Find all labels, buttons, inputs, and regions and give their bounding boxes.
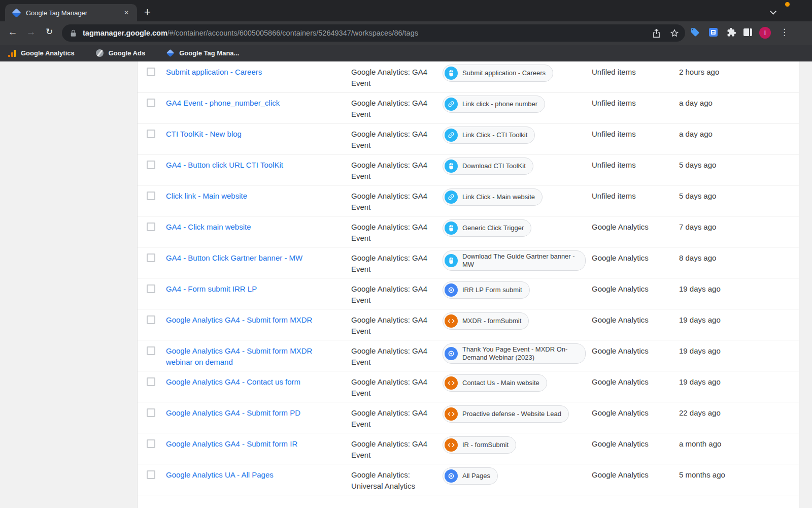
trigger-pill[interactable]: IRR LP Form submit: [443, 281, 530, 299]
trigger-pill[interactable]: Thank You Page Event - MXDR On-Demand We…: [443, 343, 586, 364]
debugger-extension-icon[interactable]: [709, 28, 718, 37]
row-checkbox[interactable]: [147, 439, 155, 448]
tag-type-cell: Google Analytics: GA4 Event: [351, 283, 443, 305]
folder-cell: Google Analytics: [592, 438, 679, 450]
firing-triggers-cell: Link Click - CTI Toolkit: [443, 129, 592, 144]
tag-type-cell: Google Analytics: Universal Analytics: [351, 469, 443, 491]
trigger-pill[interactable]: Generic Click Trigger: [443, 219, 531, 237]
trigger-pill[interactable]: Contact Us - Main website: [443, 374, 547, 392]
trigger-label: Thank You Page Event - MXDR On-Demand We…: [462, 345, 578, 362]
folder-cell: Unfiled items: [592, 67, 679, 78]
tab-search-chevron-icon[interactable]: [770, 8, 776, 15]
row-checkbox[interactable]: [147, 408, 155, 417]
tag-name-cell: GA4 - Button click URL CTI ToolKit: [166, 160, 351, 171]
trigger-type-icon: [445, 129, 458, 142]
back-button[interactable]: ←: [6, 26, 19, 38]
browser-menu-icon[interactable]: ⋮: [780, 27, 789, 38]
profile-avatar[interactable]: I: [759, 27, 771, 39]
row-checkbox[interactable]: [147, 192, 155, 200]
partial-row: [138, 495, 799, 508]
row-checkbox[interactable]: [147, 377, 155, 386]
trigger-pill[interactable]: Link click - phone number: [443, 96, 545, 113]
trigger-label: Proactive defense - Website Lead: [462, 410, 561, 418]
trigger-pill[interactable]: Link Click - CTI Toolkit: [443, 126, 535, 144]
bookmark-google-tag-manager[interactable]: Google Tag Mana...: [166, 49, 239, 57]
row-checkbox[interactable]: [147, 315, 155, 324]
trigger-pill[interactable]: Download The Guide Gartner banner - MW: [443, 250, 586, 271]
checkbox-cell: [138, 129, 166, 138]
tag-name-link[interactable]: CTI ToolKit - New blog: [166, 130, 242, 138]
row-checkbox[interactable]: [147, 470, 155, 479]
forward-button[interactable]: →: [24, 26, 38, 38]
tag-name-link[interactable]: Google Analytics GA4 - Contact us form: [166, 377, 300, 386]
firing-triggers-cell: Download The Guide Gartner banner - MW: [443, 252, 592, 271]
tag-name-link[interactable]: GA4 - Click main website: [166, 223, 251, 231]
checkbox-cell: [138, 469, 166, 479]
tag-name-link[interactable]: GA4 - Button Click Gartner banner - MW: [166, 253, 302, 262]
trigger-label: Link Click - Main website: [462, 193, 535, 201]
trigger-pill[interactable]: IR - formSubmit: [443, 436, 516, 454]
firing-triggers-cell: Download CTI ToolKit: [443, 160, 592, 175]
trigger-type-icon: [445, 221, 458, 235]
last-edited-cell: a month ago: [679, 438, 799, 450]
firing-triggers-cell: Submit application - Careers: [443, 67, 592, 82]
bookmark-google-ads[interactable]: Google Ads: [96, 49, 145, 57]
row-checkbox[interactable]: [147, 284, 155, 293]
trigger-pill[interactable]: Submit application - Careers: [443, 65, 553, 82]
folder-cell: Unfiled items: [592, 190, 679, 202]
row-checkbox[interactable]: [147, 99, 155, 107]
tag-type-cell: Google Analytics: GA4 Event: [351, 67, 443, 88]
tag-name-link[interactable]: GA4 - Form submit IRR LP: [166, 284, 257, 293]
row-checkbox[interactable]: [147, 130, 155, 138]
address-bar[interactable]: tagmanager.google.com/#/container/accoun…: [62, 24, 685, 42]
tag-name-cell: Click link - Main website: [166, 190, 351, 202]
bookmark-google-analytics[interactable]: Google Analytics: [8, 49, 75, 57]
url-text[interactable]: tagmanager.google.com/#/container/accoun…: [83, 29, 643, 37]
new-tab-button[interactable]: +: [144, 5, 151, 19]
trigger-pill[interactable]: Proactive defense - Website Lead: [443, 405, 569, 423]
trigger-label: Link Click - CTI Toolkit: [462, 131, 527, 139]
firing-triggers-cell: IR - formSubmit: [443, 438, 592, 454]
trigger-label: Generic Click Trigger: [462, 224, 524, 232]
tags-table: Submit application - Careers Google Anal…: [137, 61, 799, 508]
share-icon[interactable]: [652, 28, 661, 38]
side-panel-icon[interactable]: [743, 28, 752, 36]
row-checkbox[interactable]: [147, 223, 155, 231]
tag-name-link[interactable]: GA4 - Button click URL CTI ToolKit: [166, 161, 283, 169]
tag-assistant-extension-icon[interactable]: [690, 27, 700, 39]
last-edited-cell: 19 days ago: [679, 376, 799, 388]
trigger-pill[interactable]: All Pages: [443, 467, 498, 485]
trigger-type-icon: [445, 407, 458, 421]
google-ads-icon: [96, 49, 104, 57]
tag-type-cell: Google Analytics: GA4 Event: [351, 129, 443, 150]
tag-name-link[interactable]: Google Analytics GA4 - Submit form MXDR …: [166, 346, 312, 366]
bookmark-label: Google Ads: [109, 49, 145, 57]
row-checkbox[interactable]: [147, 161, 155, 169]
browser-tab[interactable]: Google Tag Manager ✕: [5, 4, 137, 21]
tag-name-link[interactable]: Submit application - Careers: [166, 68, 262, 76]
trigger-pill[interactable]: Link Click - Main website: [443, 188, 543, 206]
tag-name-link[interactable]: Click link - Main website: [166, 192, 247, 200]
row-checkbox[interactable]: [147, 346, 155, 355]
table-row: GA4 - Button click URL CTI ToolKit Googl…: [138, 154, 799, 185]
tag-name-link[interactable]: Google Analytics GA4 - Submit form IR: [166, 439, 297, 448]
extensions-puzzle-icon[interactable]: [727, 27, 736, 39]
tag-name-link[interactable]: Google Analytics GA4 - Submit form MXDR: [166, 315, 312, 324]
table-row: Click link - Main website Google Analyti…: [138, 185, 799, 216]
bookmark-star-icon[interactable]: [670, 28, 679, 38]
reload-button[interactable]: ↻: [43, 26, 56, 37]
trigger-label: Link click - phone number: [462, 100, 537, 108]
row-checkbox[interactable]: [147, 253, 155, 262]
tag-name-link[interactable]: GA4 Event - phone_number_click: [166, 99, 280, 107]
tag-name-link[interactable]: Google Analytics UA - All Pages: [166, 470, 274, 479]
checkbox-cell: [138, 376, 166, 386]
tab-close-icon[interactable]: ✕: [121, 8, 132, 17]
tag-name-link[interactable]: Google Analytics GA4 - Submit form PD: [166, 408, 300, 417]
trigger-pill[interactable]: Download CTI ToolKit: [443, 157, 533, 175]
table-row: GA4 - Form submit IRR LP Google Analytic…: [138, 278, 799, 309]
trigger-label: All Pages: [462, 472, 490, 480]
trigger-pill[interactable]: MXDR - formSubmit: [443, 312, 529, 330]
row-checkbox[interactable]: [147, 68, 155, 76]
checkbox-cell: [138, 407, 166, 417]
checkbox-cell: [138, 98, 166, 107]
